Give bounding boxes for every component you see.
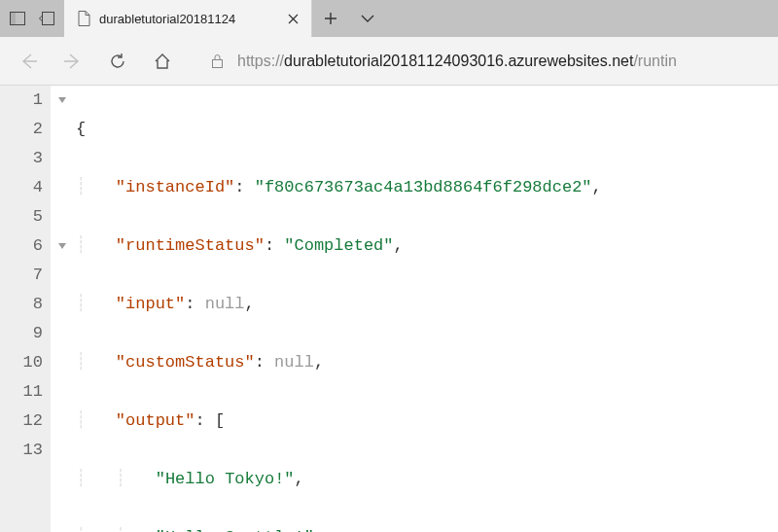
- line-number: 7: [0, 261, 43, 290]
- svg-rect-2: [43, 13, 54, 25]
- lock-icon: [206, 53, 228, 68]
- code-content[interactable]: { ┊ "instanceId": "f80c673673ac4a13bd886…: [74, 86, 778, 532]
- line-number: 1: [0, 86, 43, 115]
- line-number-gutter: 1 2 3 4 5 6 7 8 9 10 11 12 13: [0, 86, 51, 532]
- line-number: 3: [0, 144, 43, 173]
- code-line: ┊ "instanceId": "f80c673673ac4a13bd8864f…: [76, 173, 778, 202]
- line-number: 5: [0, 202, 43, 231]
- new-tab-button[interactable]: [312, 0, 349, 37]
- svg-rect-1: [11, 13, 16, 25]
- code-line: ┊ "output": [: [76, 407, 778, 436]
- url-host: durabletutorial20181124093016.azurewebsi…: [284, 53, 633, 70]
- code-line: {: [76, 115, 778, 144]
- window-controls: [0, 0, 64, 37]
- code-line: ┊ ┊ "Hello Seattle!",: [76, 523, 778, 532]
- tab-menu-button[interactable]: [349, 0, 386, 37]
- refresh-button[interactable]: [97, 41, 138, 82]
- line-number: 11: [0, 377, 43, 407]
- back-button[interactable]: [8, 41, 49, 82]
- line-number: 10: [0, 348, 43, 377]
- close-icon[interactable]: [284, 10, 301, 27]
- fold-toggle[interactable]: [51, 231, 74, 261]
- fold-toggle[interactable]: [51, 86, 74, 115]
- line-number: 13: [0, 436, 43, 465]
- json-viewer: 1 2 3 4 5 6 7 8 9 10 11 12 13 { ┊ "insta…: [0, 86, 778, 532]
- code-line: ┊ "input": null,: [76, 290, 778, 319]
- fold-gutter: [51, 86, 74, 532]
- code-line: ┊ "customStatus": null,: [76, 348, 778, 377]
- line-number: 9: [0, 319, 43, 348]
- set-aside-icon[interactable]: [33, 4, 60, 33]
- home-button[interactable]: [142, 41, 183, 82]
- line-number: 6: [0, 231, 43, 261]
- tab-title: durabletutorial20181124: [99, 12, 276, 26]
- svg-rect-3: [212, 60, 222, 68]
- forward-button[interactable]: [53, 41, 93, 82]
- line-number: 4: [0, 173, 43, 202]
- browser-tab[interactable]: durabletutorial20181124: [64, 0, 312, 37]
- line-number: 2: [0, 115, 43, 144]
- address-bar[interactable]: https://durabletutorial20181124093016.az…: [198, 45, 770, 78]
- line-number: 12: [0, 407, 43, 436]
- titlebar: durabletutorial20181124: [0, 0, 778, 37]
- line-number: 8: [0, 290, 43, 319]
- tabs-aside-icon[interactable]: [4, 4, 31, 33]
- code-line: ┊ "runtimeStatus": "Completed",: [76, 231, 778, 261]
- url-protocol: https://: [237, 53, 284, 70]
- file-icon: [76, 11, 91, 26]
- code-line: ┊ ┊ "Hello Tokyo!",: [76, 465, 778, 494]
- nav-toolbar: https://durabletutorial20181124093016.az…: [0, 37, 778, 86]
- url-path: /runtin: [633, 53, 676, 70]
